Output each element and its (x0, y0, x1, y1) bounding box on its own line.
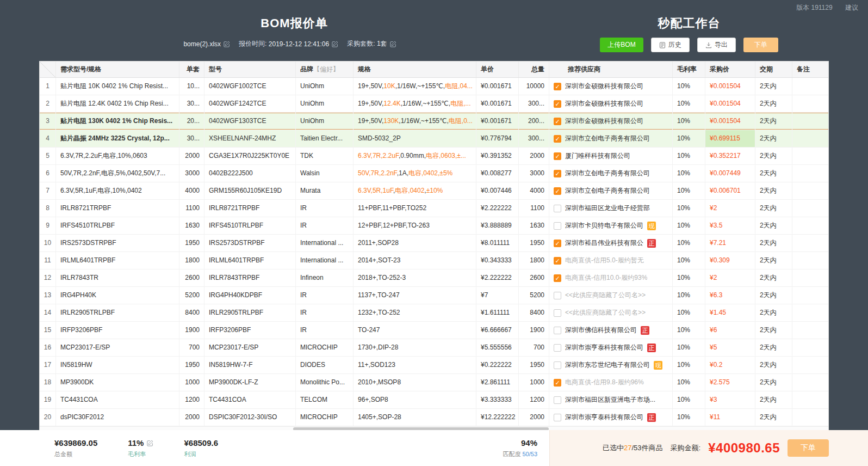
supplier-name[interactable]: 深圳市福田区新亚洲电子市场... (565, 391, 655, 408)
supplier-checkbox[interactable]: ✓ (554, 170, 561, 177)
supplier-checkbox[interactable] (554, 205, 561, 212)
supplier-name[interactable]: 电商直供-信用10.0-履约93% (565, 269, 647, 286)
footer-summary: ¥639869.05 总金额 11% 毛利率 ¥68509.6 利润 94% 匹… (0, 430, 549, 466)
brand-name: UniOhm (296, 78, 354, 95)
supplier-checkbox[interactable] (554, 292, 561, 299)
supplier-name[interactable]: 深圳市立创电子商务有限公司 (565, 130, 650, 147)
purchase-price[interactable]: ¥2.575 (705, 374, 755, 391)
table-row[interactable]: 1贴片电阻 10K 0402 1% Chip Resist...10...040… (40, 78, 828, 95)
table-row[interactable]: 4贴片晶振 24MHz 3225 Crystal, 12p...30...XSH… (40, 130, 828, 148)
supplier-name[interactable]: 深圳市东芯世纪电子有限公司 (565, 357, 650, 373)
supplier-name[interactable]: 深圳市裕昌伟业科技有限公 (565, 235, 643, 252)
supplier-name[interactable]: 深圳市金硕微科技有限公司 (565, 78, 643, 95)
delivery-time: 2天内 (755, 339, 792, 356)
table-row[interactable]: 2贴片电阻 12.4K 0402 1% Chip Resi...30...040… (40, 95, 828, 113)
table-row[interactable]: 8IRLR8721TRPBF1100IRLR8721TRPBFIR11+PBF,… (40, 200, 828, 217)
match-ratio[interactable]: 50/53 (522, 451, 537, 457)
purchase-price[interactable]: ¥0.352217 (705, 148, 755, 164)
supplier-name[interactable]: 电商直供-信用5.0-履约暂无 (565, 252, 644, 269)
purchase-price[interactable]: ¥7.21 (705, 235, 755, 252)
supplier-checkbox[interactable] (554, 309, 561, 317)
supplier-checkbox[interactable]: ✓ (554, 257, 561, 265)
supplier-checkbox[interactable]: ✓ (554, 100, 561, 108)
table-row[interactable]: 20dsPIC30F20122000DSPIC30F2012-30I/SOMIC… (40, 409, 828, 426)
version-text[interactable]: 版本 191129 (796, 4, 833, 11)
supplier-name[interactable]: <<此供应商隐藏了公司名>> (565, 304, 646, 321)
supplier-checkbox[interactable]: ✓ (554, 274, 561, 282)
supplier-name[interactable]: 电商直供-信用9.8-履约96% (565, 374, 644, 391)
purchase-price[interactable]: ¥0.001504 (705, 78, 755, 95)
purchase-price[interactable]: ¥2 (705, 200, 755, 217)
purchase-price[interactable]: ¥0.2 (705, 357, 755, 373)
purchase-price[interactable]: ¥0.006701 (705, 182, 755, 199)
supplier-checkbox[interactable]: ✓ (554, 240, 561, 247)
supplier-name[interactable]: 深圳市立创电子商务有限公司 (565, 182, 650, 199)
edit-quote-time-icon[interactable] (332, 41, 338, 47)
unit-price: ¥2.222222 (476, 200, 519, 217)
gross-margin: 10% (673, 165, 705, 182)
edit-filename-icon[interactable] (224, 41, 230, 47)
brand-name: UniOhm (296, 113, 354, 130)
purchase-price[interactable]: ¥1.45 (705, 304, 755, 321)
supplier-name[interactable]: 深圳市佛信科技有限公司 (565, 322, 637, 339)
purchase-price[interactable]: ¥3 (705, 391, 755, 408)
supplier-name[interactable]: 深圳市卡贝特电子有限公司 (565, 217, 643, 234)
purchase-price[interactable]: ¥0.001504 (705, 113, 755, 130)
supplier-name[interactable]: 深圳市福田区龙业电子经营部 (565, 200, 650, 217)
purchase-price[interactable]: ¥0.309 (705, 252, 755, 269)
order-button-top[interactable]: 下单 (743, 38, 778, 52)
supplier-checkbox[interactable]: ✓ (554, 379, 561, 387)
purchase-price[interactable]: ¥5 (705, 339, 755, 356)
purchase-price[interactable]: ¥2 (705, 269, 755, 286)
table-row[interactable]: 9IRFS4510TRLPBF1630IRFS4510TRLPBFIR12+PB… (40, 217, 828, 235)
purchase-price[interactable]: ¥0.001504 (705, 95, 755, 112)
purchase-price[interactable]: ¥6.3 (705, 287, 755, 304)
table-row[interactable]: 19TC4431COA1200TC4431COATELCOM96+,SOP8¥3… (40, 391, 828, 409)
supplier-checkbox[interactable]: ✓ (554, 118, 561, 125)
supplier-name[interactable]: 深圳市金硕微科技有限公司 (565, 113, 643, 130)
table-row[interactable]: 12IRLR7843TR2600IRLR7843TRPBFInfineon201… (40, 269, 828, 287)
table-row[interactable]: 14IRLR2905TRLPBF8400IRLR2905TRLPBFIR1232… (40, 304, 828, 322)
suggestion-link[interactable]: 建议 (845, 4, 858, 11)
table-row[interactable]: 18MP3900DK1000MP3900DK-LF-ZMonolithic Po… (40, 374, 828, 391)
supplier-name[interactable]: 厦门唯样科技有限公司 (565, 148, 630, 164)
purchase-price[interactable]: ¥0.007449 (705, 165, 755, 182)
table-row[interactable]: 13IRG4PH40K5200IRG4PH40KDPBFIR1137+,TO-2… (40, 287, 828, 304)
supplier-name[interactable]: <<此供应商隐藏了公司名>> (565, 287, 646, 304)
supplier-checkbox[interactable] (554, 396, 561, 404)
edit-margin-icon[interactable] (147, 440, 153, 446)
table-row[interactable]: 650V,7R,2.2nF,电容,5%,0402,50V,7...3000040… (40, 165, 828, 182)
supplier-name[interactable]: 深圳市崇亨泰科技有限公司 (565, 339, 643, 356)
brand-name: TELCOM (296, 391, 354, 408)
order-button-footer[interactable]: 下单 (788, 439, 829, 457)
supplier-checkbox[interactable]: ✓ (554, 187, 561, 195)
supplier-checkbox[interactable] (554, 222, 561, 230)
supplier-name[interactable]: 深圳市崇亨泰科技有限公司 (565, 409, 643, 426)
model-number: IRLR8721TRPBF (204, 200, 296, 217)
table-row[interactable]: 16MCP23017-E/SP700MCP23017-E/SPMICROCHIP… (40, 339, 828, 357)
table-row[interactable]: 56.3V,7R,2.2uF,电容,10%,06032000CGA3E1X7R0… (40, 148, 828, 165)
purchase-price[interactable]: ¥3.5 (705, 217, 755, 234)
purchase-price[interactable]: ¥11 (705, 409, 755, 426)
supplier-checkbox[interactable]: ✓ (554, 152, 561, 160)
supplier-checkbox[interactable]: ✓ (554, 135, 561, 143)
table-row[interactable]: 76.3V,5R,1uF,电容,10%,04024000GRM155R60J10… (40, 182, 828, 200)
supplier-checkbox[interactable] (554, 344, 561, 352)
purchase-price[interactable]: ¥0.699115 (705, 130, 755, 147)
table-row[interactable]: 3贴片电阻 130K 0402 1% Chip Resis...20...040… (40, 113, 828, 130)
supplier-name[interactable]: 深圳市金硕微科技有限公司 (565, 95, 643, 112)
supplier-checkbox[interactable] (554, 327, 561, 334)
table-row[interactable]: 11IRLML6401TRPBF1800IRLML6401TRPBFIntern… (40, 252, 828, 269)
table-row[interactable]: 17IN5819HW1950IN5819HW-7-FDIODES11+,SOD1… (40, 357, 828, 374)
supplier-checkbox[interactable]: ✓ (554, 83, 561, 90)
purchase-price[interactable]: ¥6 (705, 322, 755, 339)
export-button[interactable]: 导出 (697, 38, 736, 52)
table-row[interactable]: 15IRFP3206PBF1900IRFP3206PBFIRTO-247¥6.6… (40, 322, 828, 339)
edit-set-count-icon[interactable] (390, 41, 396, 47)
table-row[interactable]: 10IRS2573DSTRPBF1950IRS2573DSTRPBFIntern… (40, 235, 828, 252)
supplier-checkbox[interactable] (554, 414, 561, 421)
history-button[interactable]: 历史 (651, 38, 690, 52)
supplier-name[interactable]: 深圳市立创电子商务有限公司 (565, 165, 650, 182)
upload-bom-button[interactable]: 上传BOM (600, 38, 643, 52)
supplier-checkbox[interactable] (554, 361, 561, 369)
